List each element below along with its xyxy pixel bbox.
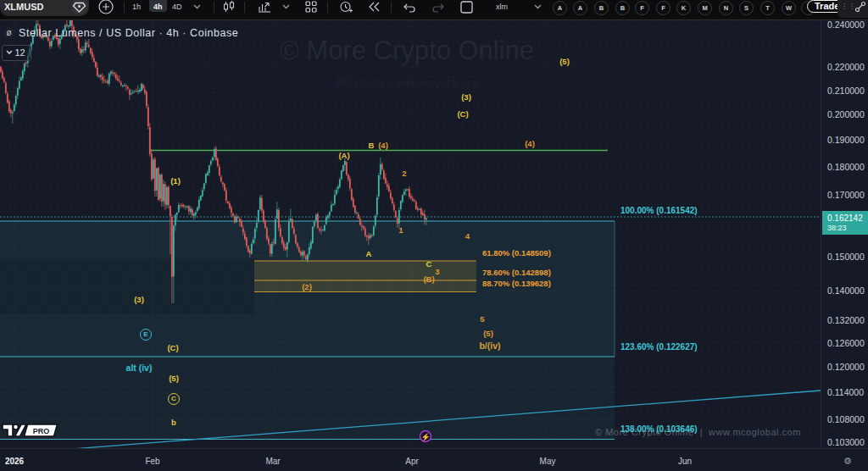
svg-text:PRO: PRO — [33, 427, 50, 435]
svg-text:⚡: ⚡ — [420, 432, 431, 442]
